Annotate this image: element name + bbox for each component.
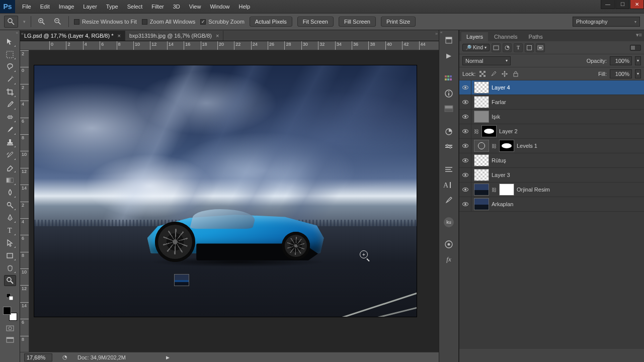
visibility-toggle[interactable] <box>459 95 471 109</box>
stamp-tool[interactable] <box>4 137 16 148</box>
info-panel-icon[interactable] <box>442 87 455 100</box>
status-preview-icon[interactable]: ◔ <box>62 354 67 360</box>
workspace-switcher[interactable]: Photography ▾ <box>573 17 640 27</box>
close-tab-icon[interactable]: × <box>117 33 120 39</box>
layer-row[interactable]: Işık <box>459 110 644 124</box>
zoom-out-icon[interactable] <box>52 16 63 27</box>
fx-panel-icon[interactable]: fx <box>442 253 455 265</box>
blur-tool[interactable] <box>4 187 16 198</box>
history-panel-icon[interactable] <box>442 34 455 46</box>
layer-name[interactable]: Layer 2 <box>499 128 518 134</box>
marquee-tool[interactable] <box>4 49 16 60</box>
layer-row[interactable]: Layer 4 <box>459 80 644 95</box>
brush-settings-panel-icon[interactable] <box>442 194 455 206</box>
layer-thumbnail[interactable] <box>499 184 514 196</box>
layer-name[interactable]: Orjinal Resim <box>517 187 550 193</box>
dodge-tool[interactable] <box>4 200 16 211</box>
menu-help[interactable]: Help <box>235 2 255 11</box>
lock-transparency-icon[interactable] <box>478 70 487 78</box>
expand-right-icon[interactable]: » <box>435 31 438 36</box>
zoom-all-checkbox[interactable]: Zoom All Windows <box>142 19 195 25</box>
layer-thumbnail[interactable] <box>474 198 489 210</box>
menu-select[interactable]: Select <box>123 2 147 11</box>
layer-thumbnail[interactable] <box>474 140 489 152</box>
crop-tool[interactable] <box>4 86 16 98</box>
default-colors-icon[interactable] <box>5 293 15 301</box>
current-tool-icon[interactable] <box>4 16 18 28</box>
visibility-toggle[interactable] <box>459 139 471 153</box>
eraser-tool[interactable] <box>4 162 16 173</box>
visibility-toggle[interactable] <box>459 80 471 95</box>
shape-tool[interactable] <box>4 250 16 261</box>
resize-windows-checkbox[interactable]: Resize Windows to Fit <box>74 19 137 25</box>
strip-grip[interactable]: « <box>440 30 442 35</box>
visibility-toggle[interactable] <box>459 124 471 138</box>
visibility-toggle[interactable] <box>459 153 471 167</box>
lasso-tool[interactable] <box>4 61 16 72</box>
swatches-panel-icon[interactable] <box>442 72 455 84</box>
actual-pixels-button[interactable]: Actual Pixels <box>250 17 292 27</box>
screen-mode-icon[interactable] <box>5 336 15 344</box>
fill-dropdown-icon[interactable]: ▾ <box>635 69 641 78</box>
minimize-button[interactable]: — <box>601 0 615 9</box>
history-brush-tool[interactable] <box>4 149 16 160</box>
layer-row[interactable]: ⛓Orjinal Resim <box>459 183 644 197</box>
print-size-button[interactable]: Print Size <box>381 17 416 27</box>
kuler-panel-icon[interactable]: ku <box>444 217 454 227</box>
healing-tool[interactable] <box>4 112 16 123</box>
gradient-tool[interactable] <box>4 174 16 186</box>
fill-screen-button[interactable]: Fill Screen <box>339 17 376 27</box>
visibility-toggle[interactable] <box>459 110 471 124</box>
menu-image[interactable]: Image <box>55 2 78 11</box>
menu-window[interactable]: Window <box>206 2 233 11</box>
menu-file[interactable]: File <box>18 2 35 11</box>
visibility-toggle[interactable] <box>459 197 471 211</box>
filter-pixel-icon[interactable] <box>492 43 501 52</box>
zoom-field[interactable]: 17,68% <box>24 353 52 361</box>
layer-name[interactable]: Rütuş <box>492 157 506 163</box>
visibility-toggle[interactable] <box>459 168 471 182</box>
panel-menu-icon[interactable]: ▾≡ <box>636 32 642 38</box>
wand-tool[interactable] <box>4 74 16 85</box>
menu-edit[interactable]: Edit <box>36 2 54 11</box>
navigator-panel-icon[interactable] <box>442 238 455 250</box>
layer-name[interactable]: Arkaplan <box>492 201 513 207</box>
eyedropper-tool[interactable] <box>4 99 16 110</box>
lock-all-icon[interactable] <box>512 70 520 78</box>
styles-panel-icon[interactable] <box>442 141 455 153</box>
type-tool[interactable]: T <box>4 225 16 236</box>
actions-panel-icon[interactable]: ▶ <box>442 49 455 61</box>
layer-thumbnail[interactable] <box>481 125 497 137</box>
brush-tool[interactable] <box>4 124 16 135</box>
channels-tab[interactable]: Channels <box>489 32 522 41</box>
filter-shape-icon[interactable] <box>525 43 534 52</box>
layer-row[interactable]: ⛓Layer 2 <box>459 124 644 139</box>
toolbox-grip[interactable]: » <box>0 30 20 35</box>
layer-name[interactable]: Işık <box>492 114 500 120</box>
menu-layer[interactable]: Layer <box>79 2 101 11</box>
doc-tab-1[interactable]: LG.psd @ 17,7% (Layer 4, RGB/8) * × <box>20 31 125 41</box>
layer-thumbnail[interactable] <box>474 154 489 166</box>
filter-adjustment-icon[interactable] <box>503 43 512 52</box>
layer-thumbnail[interactable] <box>474 96 489 108</box>
visibility-toggle[interactable] <box>459 183 471 197</box>
status-flyout-icon[interactable]: ▶ <box>166 355 170 360</box>
layer-name[interactable]: Layer 4 <box>492 84 510 90</box>
layer-thumbnail[interactable] <box>474 111 489 123</box>
move-tool[interactable] <box>4 36 16 47</box>
fill-field[interactable]: 100% <box>610 69 632 78</box>
filter-toggle[interactable] <box>630 45 641 51</box>
maximize-button[interactable]: ☐ <box>615 0 629 9</box>
menu-type[interactable]: Type <box>102 2 122 11</box>
adjustments-panel-icon[interactable] <box>442 126 455 138</box>
zoom-tool[interactable] <box>4 275 16 286</box>
opacity-field[interactable]: 100% <box>610 56 632 65</box>
lock-pixels-icon[interactable] <box>490 70 498 78</box>
layer-name[interactable]: Layer 3 <box>492 172 510 178</box>
path-select-tool[interactable] <box>4 237 16 248</box>
color-panel-icon[interactable] <box>442 103 455 115</box>
zoom-in-icon[interactable] <box>36 16 47 27</box>
color-swatches[interactable] <box>3 307 17 321</box>
paths-tab[interactable]: Paths <box>524 32 548 41</box>
blend-mode-dropdown[interactable]: Normal ▾ <box>462 56 511 65</box>
